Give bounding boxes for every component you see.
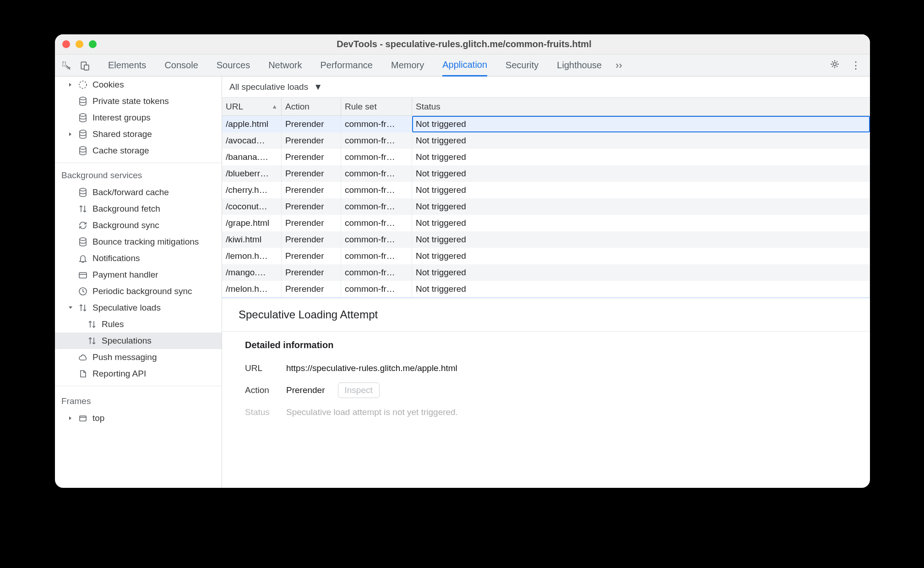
tab-lighthouse[interactable]: Lighthouse — [557, 55, 602, 76]
cell-rule: common-fr… — [341, 132, 412, 149]
sidebar-item-cache-storage[interactable]: Cache storage — [55, 142, 222, 159]
table-row[interactable]: /mango.…Prerendercommon-fr…Not triggered — [222, 264, 870, 281]
sidebar-item-cookies[interactable]: Cookies — [55, 76, 222, 93]
detail-url-label: URL — [245, 363, 278, 373]
sidebar-item-rules[interactable]: Rules — [55, 316, 222, 333]
cell-url: /coconut… — [222, 198, 282, 215]
cell-status: Not triggered — [412, 165, 870, 182]
cell-status: Not triggered — [412, 248, 870, 264]
col-header-ruleset[interactable]: Rule set — [341, 98, 412, 115]
titlebar: DevTools - speculative-rules.glitch.me/c… — [55, 34, 870, 55]
tab-sources[interactable]: Sources — [217, 55, 250, 76]
caret-down-icon — [68, 305, 73, 311]
table-row[interactable]: /melon.h…Prerendercommon-fr…Not triggere… — [222, 281, 870, 297]
sidebar-item-label: top — [92, 413, 104, 423]
caret-right-icon — [68, 82, 73, 87]
details-section-title: Detailed information — [245, 340, 853, 350]
cell-status: Not triggered — [412, 132, 870, 149]
filter-label: All speculative loads — [229, 82, 308, 92]
sidebar-item-push-messaging[interactable]: Push messaging — [55, 349, 222, 366]
sidebar-item-label: Cache storage — [92, 146, 149, 156]
sidebar-item-label: Background sync — [92, 220, 159, 230]
table-row[interactable]: /grape.htmlPrerendercommon-fr…Not trigge… — [222, 215, 870, 231]
sidebar-item-label: Push messaging — [92, 352, 157, 362]
tab-application[interactable]: Application — [442, 55, 487, 76]
sidebar-item-reporting-api[interactable]: Reporting API — [55, 366, 222, 382]
detail-status-label: Status — [245, 407, 278, 417]
table-row[interactable]: /coconut…Prerendercommon-fr…Not triggere… — [222, 198, 870, 215]
col-header-action[interactable]: Action — [282, 98, 341, 115]
sidebar-item-label: Payment handler — [92, 270, 158, 280]
database-icon — [78, 96, 88, 106]
sidebar-item-background-sync[interactable]: Background sync — [55, 217, 222, 234]
dropdown-arrow-icon: ▼ — [314, 82, 322, 92]
sidebar-item-periodic-background-sync[interactable]: Periodic background sync — [55, 283, 222, 300]
cell-action: Prerender — [282, 215, 341, 231]
details-pane: Speculative Loading Attempt Detailed inf… — [222, 297, 870, 488]
table-row[interactable]: /kiwi.htmlPrerendercommon-fr…Not trigger… — [222, 231, 870, 248]
table-row[interactable]: /cherry.h…Prerendercommon-fr…Not trigger… — [222, 182, 870, 198]
table-row[interactable]: /banana.…Prerendercommon-fr…Not triggere… — [222, 149, 870, 165]
cell-url: /kiwi.html — [222, 231, 282, 248]
filter-dropdown[interactable]: All speculative loads ▼ — [222, 76, 870, 98]
col-header-url[interactable]: URL ▲ — [222, 98, 282, 115]
sidebar-item-label: Periodic background sync — [92, 286, 192, 296]
sidebar-item-label: Speculative loads — [92, 303, 161, 313]
sidebar-item-speculative-loads[interactable]: Speculative loads — [55, 300, 222, 316]
table-row[interactable]: /lemon.h…Prerendercommon-fr…Not triggere… — [222, 248, 870, 264]
detail-url-value: https://speculative-rules.glitch.me/appl… — [286, 363, 457, 373]
sidebar-item-label: Back/forward cache — [92, 187, 169, 197]
cell-action: Prerender — [282, 116, 341, 132]
cell-rule: common-fr… — [341, 248, 412, 264]
sidebar-item-label: Rules — [102, 319, 124, 329]
sidebar-item-shared-storage[interactable]: Shared storage — [55, 126, 222, 142]
cell-url: /banana.… — [222, 149, 282, 165]
sidebar-item-notifications[interactable]: Notifications — [55, 250, 222, 267]
table-row[interactable]: /blueberr…Prerendercommon-fr…Not trigger… — [222, 165, 870, 182]
cell-rule: common-fr… — [341, 182, 412, 198]
cell-status: Not triggered — [412, 231, 870, 248]
card-icon — [78, 270, 88, 280]
sidebar-item-bounce-tracking-mitigations[interactable]: Bounce tracking mitigations — [55, 234, 222, 250]
tab-console[interactable]: Console — [164, 55, 198, 76]
more-tabs-icon[interactable]: ›› — [615, 60, 622, 71]
tab-security[interactable]: Security — [505, 55, 538, 76]
sidebar-item-top[interactable]: top — [55, 410, 222, 426]
table-row[interactable]: /avocad…Prerendercommon-fr…Not triggered — [222, 132, 870, 149]
cell-url: /cherry.h… — [222, 182, 282, 198]
tab-elements[interactable]: Elements — [108, 55, 146, 76]
sidebar-item-background-fetch[interactable]: Background fetch — [55, 201, 222, 217]
inspect-element-icon[interactable] — [61, 60, 71, 71]
cell-action: Prerender — [282, 264, 341, 281]
cell-url: /melon.h… — [222, 281, 282, 297]
sidebar-item-interest-groups[interactable]: Interest groups — [55, 109, 222, 126]
frame-icon — [78, 413, 88, 423]
cell-action: Prerender — [282, 198, 341, 215]
settings-icon[interactable] — [830, 59, 840, 71]
updown-icon — [87, 336, 97, 346]
col-header-status[interactable]: Status — [412, 98, 870, 115]
cell-rule: common-fr… — [341, 149, 412, 165]
cookie-icon — [78, 80, 88, 90]
devtools-window: DevTools - speculative-rules.glitch.me/c… — [55, 34, 870, 488]
kebab-menu-icon[interactable]: ⋮ — [851, 60, 861, 71]
sidebar-item-speculations[interactable]: Speculations — [55, 333, 222, 349]
detail-action-label: Action — [245, 385, 278, 395]
tab-performance[interactable]: Performance — [321, 55, 373, 76]
cell-action: Prerender — [282, 165, 341, 182]
inspect-button[interactable]: Inspect — [338, 382, 380, 398]
updown-icon — [87, 319, 97, 329]
tab-network[interactable]: Network — [268, 55, 302, 76]
sidebar-item-back-forward-cache[interactable]: Back/forward cache — [55, 184, 222, 201]
sidebar-item-label: Interest groups — [92, 113, 151, 123]
sidebar-section-frames: Frames — [55, 390, 222, 410]
sidebar-item-payment-handler[interactable]: Payment handler — [55, 267, 222, 283]
tab-memory[interactable]: Memory — [391, 55, 424, 76]
application-sidebar: CookiesPrivate state tokensInterest grou… — [55, 76, 222, 488]
device-toolbar-icon[interactable] — [80, 60, 90, 71]
sidebar-item-private-state-tokens[interactable]: Private state tokens — [55, 93, 222, 109]
cell-status: Not triggered — [412, 264, 870, 281]
cell-rule: common-fr… — [341, 165, 412, 182]
cell-url: /lemon.h… — [222, 248, 282, 264]
table-row[interactable]: /apple.htmlPrerendercommon-fr…Not trigge… — [222, 116, 870, 132]
